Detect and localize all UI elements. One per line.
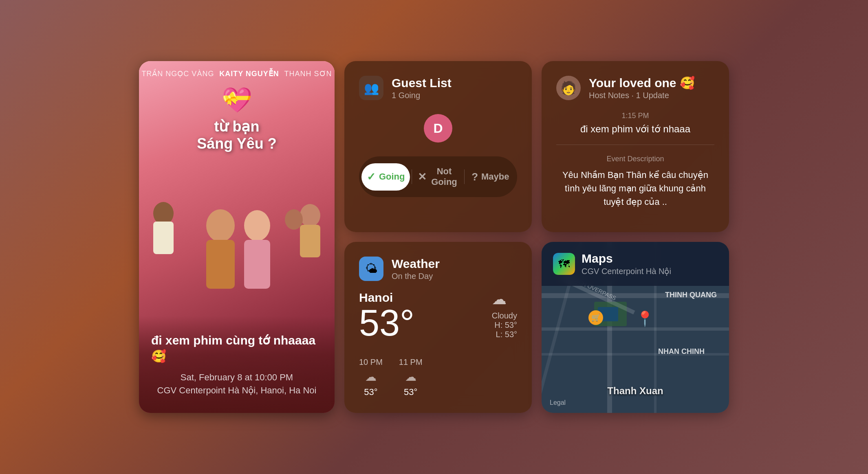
actor-2: KAITY NGUYỄN	[219, 69, 279, 78]
rsvp-divider-2	[464, 169, 465, 184]
event-location: CGV Centerpoint Hà Nội, Hanoi, Ha Noi	[151, 385, 322, 396]
guest-list-icon: 👥	[359, 76, 383, 100]
hour-2-icon: ☁	[399, 370, 423, 384]
going-label: Going	[379, 171, 405, 182]
loved-one-card: 🧑 Your loved one 🥰 Host Notes · 1 Update…	[542, 61, 729, 232]
poster-actors: TRẦN NGỌC VÀNG KAITY NGUYỄN THANH SƠN	[139, 69, 335, 78]
weather-card: 🌤 Weather On the Day Hanoi 53° ☁ Cloudy …	[344, 242, 532, 413]
weather-subtitle: On the Day	[392, 272, 440, 281]
weather-city-temp: Hanoi 53°	[359, 291, 414, 341]
weather-hour-2: 11 PM ☁ 53°	[399, 358, 423, 397]
weather-right: ☁ Cloudy H: 53° L: 53°	[492, 291, 517, 339]
poster-bottom: đi xem phim cùng tớ nhaaaa 🥰 Sat, Februa…	[139, 316, 335, 413]
road-h-2	[542, 327, 729, 331]
svg-point-2	[206, 209, 235, 242]
legal-text: Legal	[550, 399, 566, 406]
not-going-button[interactable]: ✕ Not Going	[414, 159, 462, 195]
thinh-quang-label: THINH QUANG	[665, 291, 717, 299]
loved-one-title: Your loved one 🥰	[589, 76, 695, 90]
guest-avatar-container: D	[359, 114, 517, 143]
hour-1-temp: 53°	[359, 387, 383, 397]
weather-details: Cloudy H: 53° L: 53°	[492, 311, 517, 339]
maps-app-icon: 🗺	[553, 253, 575, 275]
svg-rect-7	[300, 225, 320, 257]
thanh-xuan-label: Thanh Xuan	[607, 385, 663, 397]
weather-title: Weather	[392, 257, 440, 271]
hour-2-temp: 53°	[399, 387, 423, 397]
hour-1-icon: ☁	[359, 370, 383, 384]
maps-header: 🗺 Maps CGV Centerpoint Hà Nội	[542, 242, 729, 286]
maps-card[interactable]: 🗺 Maps CGV Centerpoint Hà Nội MAI DICH O…	[542, 242, 729, 413]
svg-point-0	[153, 202, 174, 225]
not-going-icon: ✕	[418, 171, 427, 183]
event-title: đi xem phim cùng tớ nhaaaa 🥰	[151, 332, 322, 364]
maybe-label: Maybe	[481, 171, 509, 182]
heart-decoration: 💝	[222, 86, 252, 114]
svg-rect-5	[244, 240, 270, 289]
weather-app-icon: 🌤	[359, 257, 383, 281]
poster-figures-svg	[139, 181, 335, 323]
guest-list-title: Guest List	[392, 76, 452, 90]
market-marker: 🛒	[588, 310, 603, 325]
maps-subtitle: CGV Centerpoint Hà Nội	[582, 266, 671, 276]
guest-avatar: D	[424, 114, 452, 143]
event-date: Sat, February 8 at 10:00 PM	[151, 372, 322, 383]
svg-rect-3	[206, 240, 235, 289]
weather-hourly: 10 PM ☁ 53° 11 PM ☁ 53°	[359, 351, 517, 397]
weather-title-group: Weather On the Day	[392, 257, 440, 281]
maps-title-group: Maps CGV Centerpoint Hà Nội	[582, 252, 671, 276]
avatar-emoji: 🧑	[560, 80, 577, 96]
weather-main: Hanoi 53° ☁ Cloudy H: 53° L: 53°	[359, 291, 517, 341]
loved-one-header: 🧑 Your loved one 🥰 Host Notes · 1 Update	[556, 76, 714, 100]
svg-point-6	[300, 204, 320, 227]
weather-condition: Cloudy	[492, 311, 517, 320]
weather-icon: 🌤	[365, 262, 377, 276]
event-desc-text: Yêu Nhầm Bạn Thân kể câu chuyện tình yêu…	[556, 168, 714, 208]
loved-one-avatar: 🧑	[556, 76, 581, 100]
hour-2-time: 11 PM	[399, 358, 423, 367]
location-pin: 📍	[636, 310, 654, 327]
loved-divider	[556, 145, 714, 145]
loved-one-subtitle: Host Notes · 1 Update	[589, 91, 695, 100]
guest-list-card: 👥 Guest List 1 Going D ✓ Going ✕ Not Goi…	[344, 61, 532, 232]
maps-title: Maps	[582, 252, 671, 266]
message-time: 1:15 PM	[556, 112, 714, 120]
poster-title-vn: từ bạn Sáng Yêu ?	[197, 118, 276, 152]
not-going-label: Not Going	[430, 166, 458, 187]
weather-high: H: 53°	[492, 320, 517, 330]
movie-poster-card: TRẦN NGỌC VÀNG KAITY NGUYỄN THANH SƠN 💝 …	[139, 61, 335, 413]
weather-low: L: 53°	[492, 330, 517, 339]
event-desc-label: Event Description	[556, 155, 714, 163]
weather-header: 🌤 Weather On the Day	[359, 257, 517, 281]
guest-list-subtitle: 1 Going	[392, 91, 452, 100]
weather-cloud-icon: ☁	[492, 291, 517, 308]
hour-1-time: 10 PM	[359, 358, 383, 367]
maybe-icon: ?	[471, 171, 478, 183]
nhan-chinh-label: NHAN CHINH	[658, 347, 705, 356]
guest-list-title-group: Guest List 1 Going	[392, 76, 452, 100]
svg-point-4	[244, 210, 270, 241]
rsvp-bar: ✓ Going ✕ Not Going ? Maybe	[359, 156, 517, 197]
loved-one-title-group: Your loved one 🥰 Host Notes · 1 Update	[589, 76, 695, 100]
actor-1: TRẦN NGỌC VÀNG	[141, 69, 214, 78]
maybe-button[interactable]: ? Maybe	[466, 163, 515, 191]
going-check-icon: ✓	[367, 171, 376, 183]
message-text: đi xem phim với tớ nhaaa	[556, 123, 714, 135]
weather-hour-1: 10 PM ☁ 53°	[359, 358, 383, 397]
guests-icon: 👥	[364, 81, 379, 95]
going-button[interactable]: ✓ Going	[361, 163, 410, 191]
svg-point-8	[285, 209, 303, 230]
weather-temperature: 53°	[359, 305, 414, 341]
rsvp-divider-1	[412, 169, 412, 184]
actor-3: THANH SƠN	[284, 69, 332, 78]
svg-rect-1	[153, 222, 174, 254]
guest-list-header: 👥 Guest List 1 Going	[359, 76, 517, 100]
